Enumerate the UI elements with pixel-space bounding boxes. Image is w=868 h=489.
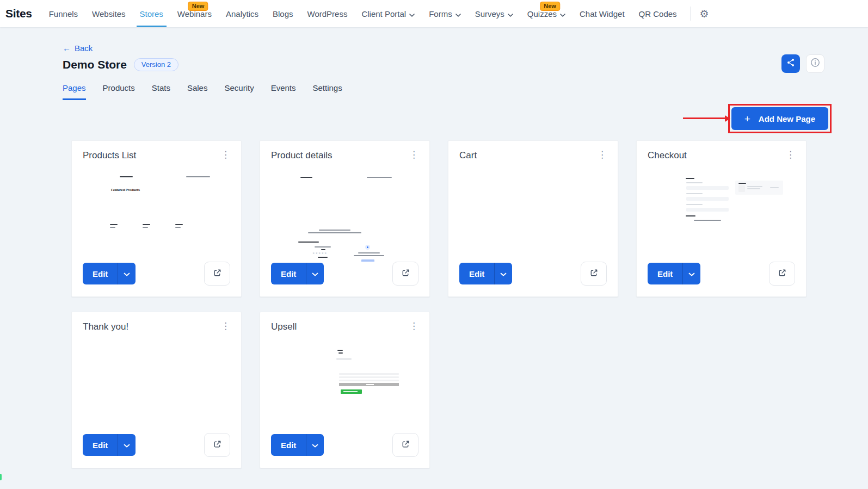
tab-events[interactable]: Events (271, 83, 296, 100)
thumbnail-line (298, 242, 319, 243)
nav-items: Funnels Websites Stores New Webinars Ana… (42, 0, 684, 27)
kebab-menu-icon[interactable]: ⋮ (218, 150, 233, 160)
thumbnail-button (361, 259, 374, 262)
open-page-button[interactable] (392, 262, 418, 286)
nav-item-client-portal[interactable]: Client Portal (354, 0, 422, 27)
nav-item-analytics[interactable]: Analytics (219, 0, 266, 27)
chevron-down-icon (560, 9, 565, 18)
tab-settings[interactable]: Settings (313, 83, 342, 100)
edit-dropdown-button[interactable] (118, 263, 136, 284)
thumbnail-line (747, 188, 760, 189)
thumbnail-input (686, 197, 729, 201)
page-card-title: Cart (459, 150, 477, 161)
edit-button[interactable]: Edit (459, 263, 494, 284)
thumbnail-line (315, 246, 331, 247)
thumbnail-line (358, 252, 380, 253)
gear-icon[interactable]: ⚙ (700, 9, 709, 19)
edit-button[interactable]: Edit (648, 263, 682, 284)
nav-item-quizzes[interactable]: New Quizzes (520, 0, 572, 27)
edit-button[interactable]: Edit (271, 263, 306, 284)
page-card-title: Thank you! (83, 321, 128, 332)
thumbnail-line (367, 177, 392, 178)
tab-stats[interactable]: Stats (152, 83, 170, 100)
tab-products[interactable]: Products (103, 83, 135, 100)
thumbnail-line (339, 376, 399, 378)
chevron-down-icon (500, 270, 507, 278)
thumbnail-icon (365, 245, 370, 250)
thumbnail-input (686, 208, 729, 212)
kebab-menu-icon[interactable]: ⋮ (783, 150, 798, 160)
thumbnail-line (338, 352, 343, 354)
edit-button[interactable]: Edit (83, 263, 118, 284)
thumbnail-line (686, 215, 695, 216)
tab-pages[interactable]: Pages (63, 83, 86, 100)
title-row: Demo Store Version 2 (63, 58, 824, 71)
thumbnail-green-button (341, 389, 362, 394)
kebab-menu-icon[interactable]: ⋮ (218, 321, 233, 332)
edit-button[interactable]: Edit (83, 434, 118, 456)
plus-icon: + (744, 114, 750, 124)
chevron-down-icon (312, 270, 318, 278)
tab-security[interactable]: Security (224, 83, 254, 100)
kebab-menu-icon[interactable]: ⋮ (406, 321, 422, 332)
page-card-cart: Cart ⋮ Edit (448, 140, 618, 297)
page-card-title: Products List (83, 150, 136, 161)
edit-split-button: Edit (459, 263, 512, 284)
thumbnail-featured-label: Featured Products (111, 188, 140, 191)
add-new-page-button[interactable]: + Add New Page (731, 107, 828, 130)
top-navbar: Sites Funnels Websites Stores New Webina… (0, 0, 868, 27)
page-card-upsell: Upsell ⋮ Edit (260, 312, 430, 468)
external-link-icon (589, 268, 599, 279)
page-thumbnail: ★★★★★ (260, 163, 429, 262)
thumbnail-line (319, 230, 350, 231)
kebab-menu-icon[interactable]: ⋮ (594, 150, 610, 160)
edit-dropdown-button[interactable] (494, 263, 512, 284)
thumbnail-line (186, 176, 210, 177)
open-page-button[interactable] (392, 433, 418, 457)
thumbnail-line (143, 227, 148, 228)
nav-item-websites[interactable]: Websites (85, 0, 132, 27)
nav-item-wordpress[interactable]: WordPress (300, 0, 355, 27)
nav-item-chat-widget[interactable]: Chat Widget (572, 0, 632, 27)
page-thumbnail: Featured Products (72, 163, 241, 262)
page-thumbnail (72, 335, 241, 433)
nav-item-surveys[interactable]: Surveys (468, 0, 520, 27)
pages-toolbar: + Add New Page (0, 100, 868, 136)
page-thumbnail (448, 163, 618, 262)
tab-sales[interactable]: Sales (187, 83, 208, 100)
floating-widget-handle (0, 474, 2, 480)
annotation-arrow (683, 117, 725, 119)
nav-item-funnels[interactable]: Funnels (42, 0, 85, 27)
share-button[interactable] (781, 54, 800, 73)
kebab-menu-icon[interactable]: ⋮ (406, 150, 422, 160)
open-page-button[interactable] (769, 262, 795, 286)
nav-item-qr-codes[interactable]: QR Codes (632, 0, 684, 27)
edit-dropdown-button[interactable] (306, 263, 324, 284)
edit-split-button: Edit (648, 263, 700, 284)
nav-item-blogs[interactable]: Blogs (266, 0, 300, 27)
chevron-down-icon (688, 270, 695, 278)
edit-dropdown-button[interactable] (682, 263, 700, 284)
nav-item-stores[interactable]: Stores (133, 0, 170, 27)
edit-split-button: Edit (271, 434, 324, 456)
thumbnail-line (686, 193, 703, 194)
info-button[interactable] (806, 54, 824, 73)
edit-dropdown-button[interactable] (118, 434, 136, 456)
annotation-highlight-box: + Add New Page (728, 104, 832, 133)
edit-split-button: Edit (271, 263, 324, 284)
add-new-page-label: Add New Page (759, 114, 815, 123)
nav-item-forms[interactable]: Forms (422, 0, 468, 27)
nav-item-webinars[interactable]: New Webinars (170, 0, 219, 27)
edit-button[interactable]: Edit (271, 434, 306, 456)
back-link[interactable]: ← Back (63, 44, 93, 53)
open-page-button[interactable] (204, 262, 230, 286)
open-page-button[interactable] (204, 433, 230, 457)
thumbnail-bar (339, 383, 399, 386)
page-card-thank-you: Thank you! ⋮ Edit (71, 312, 242, 468)
thumbnail-line (354, 255, 384, 256)
rating-stars-icon: ★★★★★ (312, 252, 327, 255)
page-thumbnail (260, 335, 429, 433)
edit-dropdown-button[interactable] (306, 434, 324, 456)
open-page-button[interactable] (581, 262, 607, 286)
thumbnail-line (175, 224, 183, 225)
